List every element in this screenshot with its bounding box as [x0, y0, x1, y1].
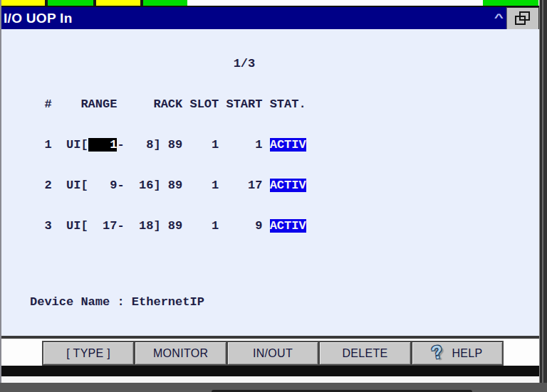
device-name-label: Device Name : EthernetIP: [30, 295, 204, 309]
page-indicator: 1/3: [234, 57, 256, 70]
io-table-header: # RANGE RACK SLOT START STAT.: [30, 97, 306, 111]
fkey-help[interactable]: ? HELP: [412, 342, 502, 364]
function-key-bar: [ TYPE ] MONITOR IN/OUT DELETE ? HELP: [42, 341, 504, 366]
status-cell: ACTIV: [270, 138, 306, 152]
window-split-button[interactable]: [506, 7, 539, 30]
pendant-bezel-left: [0, 0, 1, 383]
status-led-green: [48, 0, 93, 6]
page-title: I/O UOP In: [0, 11, 73, 26]
row-text: 1 UI[: [30, 138, 88, 152]
io-row-1[interactable]: 1 UI[ 1- 8] 89 1 1 ACTIV: [30, 138, 306, 152]
cursor-field[interactable]: 1: [88, 138, 118, 152]
row-text: 2 UI[ 9- 16] 89 1 17: [30, 179, 270, 192]
status-led-strip: [0, 0, 547, 6]
collapse-caret-icon[interactable]: ^: [494, 11, 504, 23]
status-led-green: [483, 0, 538, 6]
status-cell: ACTIV: [270, 179, 306, 192]
page-indicator-line: 1/3: [30, 57, 306, 70]
fkey-type[interactable]: [ TYPE ]: [43, 342, 133, 364]
help-question-icon: ?: [429, 341, 445, 365]
io-row-3[interactable]: 3 UI[ 17- 18] 89 1 9 ACTIV: [30, 219, 306, 233]
pendant-bezel-right: [539, 0, 547, 383]
fkey-help-label: HELP: [452, 347, 482, 360]
row-text: 3 UI[ 17- 18] 89 1 9: [30, 219, 270, 233]
pendant-bezel-bottom: [0, 383, 547, 392]
fkey-inout[interactable]: IN/OUT: [228, 342, 318, 364]
io-table: 1/3 # RANGE RACK SLOT START STAT. 1 UI[ …: [30, 30, 306, 260]
overlapping-windows-icon: [514, 11, 532, 26]
row-text: - 8] 89 1 1: [117, 138, 269, 152]
fkey-delete[interactable]: DELETE: [320, 342, 410, 364]
bezel-strip: [0, 366, 547, 376]
fkey-monitor[interactable]: MONITOR: [135, 342, 225, 364]
status-cell: ACTIV: [270, 219, 306, 233]
teach-pendant-screen: I/O UOP In ^ 1/3 # RANGE RACK SLOT START…: [0, 0, 547, 392]
bezel-strip: [0, 376, 547, 383]
io-screen-content: 1/3 # RANGE RACK SLOT START STAT. 1 UI[ …: [1, 29, 539, 336]
status-led-yellow: [96, 0, 140, 6]
status-led-yellow: [1, 0, 45, 6]
io-row-2[interactable]: 2 UI[ 9- 16] 89 1 17 ACTIV: [30, 179, 306, 192]
title-bar: I/O UOP In ^: [0, 7, 547, 29]
status-led-green: [143, 0, 187, 6]
